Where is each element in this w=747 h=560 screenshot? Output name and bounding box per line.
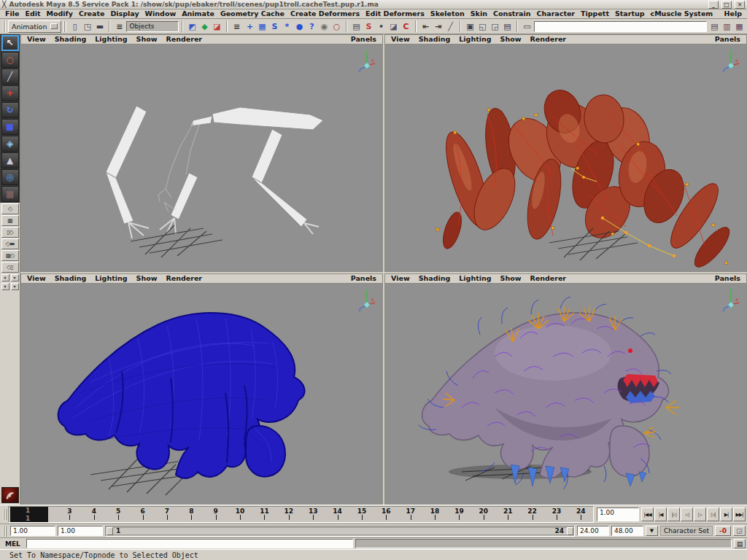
- selection-mask-field[interactable]: Objects: [126, 21, 179, 32]
- character-set-selector[interactable]: Character Set: [660, 526, 713, 536]
- select-by-hierarchy-button[interactable]: ◩: [186, 20, 198, 33]
- time-slider-frame-10[interactable]: 10: [228, 508, 252, 522]
- soft-mod-tool[interactable]: ▲: [1, 152, 19, 168]
- time-slider-frame-13[interactable]: 13: [301, 508, 325, 522]
- time-slider-frame-4[interactable]: 4: [82, 508, 106, 522]
- snap-to-grids-button[interactable]: ▦: [256, 20, 268, 33]
- panel-menu-view[interactable]: View: [387, 274, 414, 283]
- new-scene-button[interactable]: ▯: [69, 20, 81, 33]
- menu-tippett[interactable]: Tippett: [578, 9, 612, 18]
- tool-settings-toggle-button[interactable]: ▥: [721, 20, 733, 33]
- script-editor-button[interactable]: ▤: [734, 539, 746, 548]
- panel-menu-show[interactable]: Show: [132, 35, 162, 44]
- time-slider-frame-14[interactable]: 14: [325, 508, 349, 522]
- time-slider-frame-18[interactable]: 18: [422, 508, 446, 522]
- render-current-frame-button[interactable]: ◱: [476, 20, 489, 33]
- time-slider[interactable]: 123456789101112131415161718192021222324 …: [8, 506, 594, 523]
- animation-end-field[interactable]: 48.00: [611, 526, 643, 536]
- open-render-view-button[interactable]: ▣: [464, 20, 476, 33]
- highlight-selection-mode-button[interactable]: +: [244, 20, 256, 33]
- persp-graph-layout-button[interactable]: ◇▬: [1, 238, 19, 249]
- menu-create-deformers[interactable]: Create Deformers: [287, 9, 363, 18]
- paint-selection-tool[interactable]: ╱: [1, 69, 19, 85]
- four-pane-layout-button[interactable]: ▦: [1, 215, 19, 226]
- save-scene-button[interactable]: ▬: [93, 20, 106, 33]
- menu-skin[interactable]: Skin: [468, 9, 490, 18]
- time-slider-frame-12[interactable]: 12: [276, 508, 301, 522]
- scale-tool[interactable]: ■: [1, 119, 19, 135]
- time-slider-frame-11[interactable]: 11: [252, 508, 276, 522]
- panel-menu-renderer[interactable]: Renderer: [525, 35, 570, 44]
- panel-menu-view[interactable]: View: [23, 35, 50, 44]
- viewport-top-left[interactable]: y x z: [21, 44, 382, 271]
- selection-mask-menu-button[interactable]: ≡: [113, 20, 125, 33]
- snap-to-view-planes-button[interactable]: ●: [293, 20, 306, 33]
- menu-animate[interactable]: Animate: [179, 9, 217, 18]
- menu-skeleton[interactable]: Skeleton: [427, 9, 468, 18]
- panel-menu-show[interactable]: Show: [496, 35, 526, 44]
- panel-menu-renderer[interactable]: Renderer: [525, 274, 570, 283]
- select-by-component-type-button[interactable]: ◪: [211, 20, 223, 33]
- panel-menu-shading[interactable]: Shading: [50, 35, 91, 44]
- panel-menu-show[interactable]: Show: [496, 274, 526, 283]
- play-backwards-button[interactable]: ◁: [681, 508, 693, 521]
- snap-mask-menu-button[interactable]: ≡: [231, 20, 243, 33]
- move-tool[interactable]: +: [1, 85, 19, 101]
- playback-end-field[interactable]: 24.00: [577, 526, 609, 536]
- menu-edit-deformers[interactable]: Edit Deformers: [363, 9, 427, 18]
- single-pane-layout-button[interactable]: ◇: [1, 203, 19, 214]
- time-slider-frame-6[interactable]: 6: [131, 508, 155, 522]
- motion-trail-button[interactable]: •: [375, 20, 387, 33]
- menu-edit[interactable]: Edit: [22, 9, 43, 18]
- set-key-button[interactable]: -0: [715, 526, 731, 536]
- hypershade-persp-layout-button[interactable]: ▦◇: [1, 250, 19, 261]
- status-line-grip[interactable]: [3, 21, 6, 32]
- edit-enabled-toggle-button[interactable]: ╱: [444, 20, 457, 33]
- menu-help[interactable]: Help: [721, 9, 745, 18]
- step-forward-one-frame-button[interactable]: ▶|: [720, 508, 732, 521]
- attribute-editor-toggle-button[interactable]: ▤: [708, 20, 721, 33]
- time-slider-grip[interactable]: [3, 509, 7, 520]
- select-by-object-type-button[interactable]: ◆: [198, 20, 211, 33]
- panel-menu-panels[interactable]: Panels: [347, 274, 381, 283]
- select-tool[interactable]: ↖: [1, 35, 19, 51]
- go-to-playback-start-button[interactable]: |◀◀: [641, 508, 654, 521]
- step-back-one-frame-button[interactable]: |◀: [654, 508, 667, 521]
- range-slider-grip[interactable]: [3, 526, 7, 537]
- maximize-button[interactable]: □: [721, 1, 732, 9]
- time-slider-frame-3[interactable]: 3: [58, 508, 82, 522]
- panel-menu-view[interactable]: View: [387, 35, 414, 44]
- time-slider-frame-22[interactable]: 22: [520, 508, 544, 522]
- time-slider-frame-21[interactable]: 21: [496, 508, 520, 522]
- numeric-input-field[interactable]: [534, 21, 707, 32]
- range-end-handle[interactable]: [567, 527, 573, 535]
- panel-menu-show[interactable]: Show: [132, 274, 162, 283]
- step-forward-one-key-button[interactable]: ▷|: [707, 508, 719, 521]
- menu-character[interactable]: Character: [534, 9, 578, 18]
- menu-modify[interactable]: Modify: [44, 9, 76, 18]
- panel-menu-renderer[interactable]: Renderer: [161, 35, 206, 44]
- construction-history-button[interactable]: S: [363, 20, 375, 33]
- ipr-render-current-frame-button[interactable]: ◲: [489, 20, 501, 33]
- quick-layout-pane-menu-2[interactable]: ▾: [11, 274, 19, 281]
- outputs-from-selected-button[interactable]: ⇥: [432, 20, 444, 33]
- panel-menu-lighting[interactable]: Lighting: [454, 274, 495, 283]
- panel-menu-view[interactable]: View: [23, 274, 50, 283]
- rotate-tool[interactable]: ↻: [1, 102, 19, 118]
- panel-menu-renderer[interactable]: Renderer: [161, 274, 206, 283]
- show-manipulator-tool[interactable]: ◎: [1, 169, 19, 185]
- menu-window[interactable]: Window: [142, 9, 179, 18]
- range-slider-bar[interactable]: [107, 527, 573, 535]
- select-by-name-button[interactable]: ○: [330, 20, 343, 33]
- auto-keyframe-toggle[interactable]: ◲: [733, 526, 746, 536]
- quick-layout-pane-menu-1[interactable]: ▾: [1, 274, 9, 281]
- time-slider-frame-24[interactable]: 24: [569, 508, 593, 522]
- menu-geometry-cache[interactable]: Geometry Cache: [217, 9, 287, 18]
- time-slider-frame-7[interactable]: 7: [155, 508, 179, 522]
- input-connections-button[interactable]: ▤: [350, 20, 363, 33]
- playback-options-button[interactable]: ▼: [646, 526, 658, 536]
- panel-menu-panels[interactable]: Panels: [711, 274, 745, 283]
- go-to-playback-end-button[interactable]: ▶▶|: [733, 508, 746, 521]
- menu-set-selector[interactable]: Animation: [8, 20, 61, 33]
- panel-menu-panels[interactable]: Panels: [711, 35, 745, 44]
